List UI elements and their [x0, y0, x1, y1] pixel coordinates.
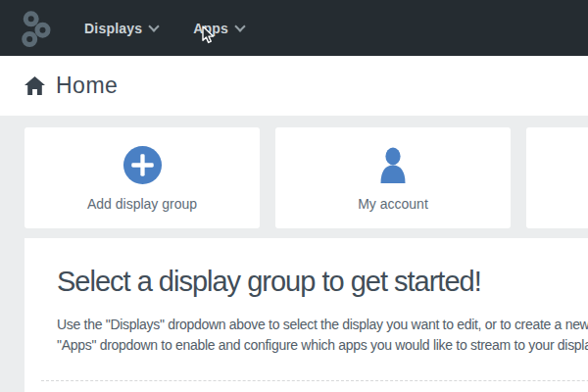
plus-circle-icon — [122, 144, 163, 186]
nav-menu-apps[interactable]: Apps — [193, 21, 244, 36]
card-row: Add display group My account — [24, 127, 588, 228]
card-label: Add display group — [87, 196, 197, 212]
chevron-down-icon — [234, 21, 245, 31]
panel-body-line: "Apps" dropdown to enable and configure … — [57, 335, 588, 356]
app-window: Displays Apps Home Add displ — [0, 0, 588, 392]
page-title[interactable]: Home — [56, 73, 118, 99]
nav-menu-displays-label: Displays — [84, 21, 142, 36]
user-icon — [373, 144, 413, 186]
mouse-cursor-icon — [202, 25, 216, 45]
chevron-down-icon — [149, 21, 160, 31]
divider — [41, 380, 588, 381]
getting-started-panel: Select a display group to get started! U… — [24, 238, 588, 392]
nav-menu-displays[interactable]: Displays — [84, 21, 158, 36]
top-navbar: Displays Apps — [0, 0, 588, 56]
page-header: Home — [0, 56, 588, 116]
app-logo-icon[interactable] — [20, 10, 57, 47]
card-label: My account — [358, 196, 428, 212]
card-my-account[interactable]: My account — [275, 127, 511, 228]
panel-heading: Select a display group to get started! — [57, 266, 588, 297]
card-partial[interactable] — [526, 127, 588, 228]
home-icon[interactable] — [24, 75, 45, 96]
card-add-display-group[interactable]: Add display group — [24, 127, 260, 228]
panel-body-line: Use the "Displays" dropdown above to sel… — [57, 315, 588, 335]
